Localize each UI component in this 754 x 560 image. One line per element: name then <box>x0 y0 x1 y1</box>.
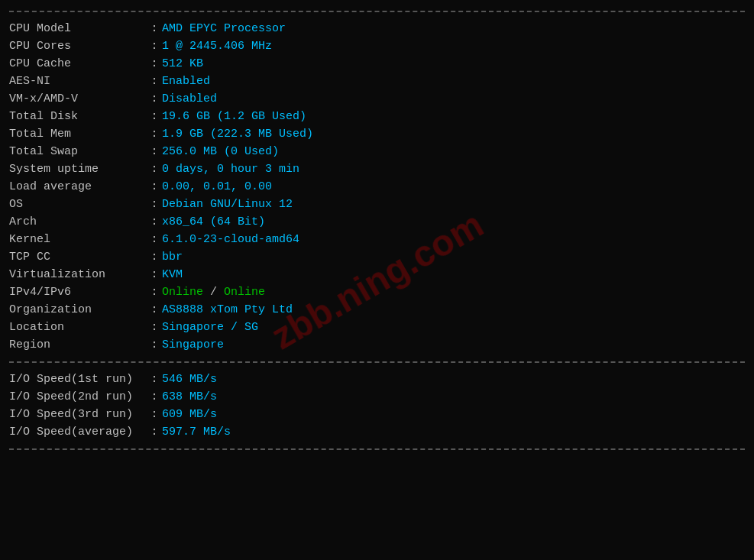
table-row: CPU Cache:512 KB <box>9 55 745 73</box>
table-row: System uptime:0 days, 0 hour 3 min <box>9 160 745 178</box>
row-colon: : <box>147 196 162 213</box>
row-label: Load average <box>9 178 147 196</box>
bottom-divider <box>9 448 745 450</box>
row-colon: : <box>147 231 162 248</box>
row-value: 256.0 MB (0 Used) <box>162 143 745 160</box>
row-colon: : <box>147 283 162 301</box>
table-row: CPU Cores:1 @ 2445.406 MHz <box>9 37 745 55</box>
table-row: Total Mem:1.9 GB (222.3 MB Used) <box>9 125 745 143</box>
row-label: I/O Speed(1st run) <box>9 371 147 388</box>
table-row: Location:Singapore / SG <box>9 319 745 336</box>
table-row: Arch:x86_64 (64 Bit) <box>9 213 745 231</box>
row-colon: : <box>147 37 162 55</box>
table-row: I/O Speed(1st run):546 MB/s <box>9 371 745 388</box>
row-colon: : <box>147 248 162 266</box>
row-value: 0 days, 0 hour 3 min <box>162 160 745 178</box>
row-label: Organization <box>9 301 147 319</box>
row-label: Location <box>9 319 147 336</box>
row-value: Singapore <box>162 336 745 354</box>
io-info-table: I/O Speed(1st run):546 MB/sI/O Speed(2nd… <box>9 371 745 441</box>
row-value: 546 MB/s <box>162 371 745 388</box>
row-label: VM-x/AMD-V <box>9 90 147 108</box>
table-row: I/O Speed(average):597.7 MB/s <box>9 423 745 441</box>
row-label: AES-NI <box>9 73 147 90</box>
row-colon: : <box>147 125 162 143</box>
table-row: Organization:AS8888 xTom Pty Ltd <box>9 301 745 319</box>
row-colon: : <box>147 336 162 354</box>
row-value: x86_64 (64 Bit) <box>162 213 745 231</box>
table-row: I/O Speed(3rd run):609 MB/s <box>9 406 745 423</box>
row-value: Enabled <box>162 73 745 90</box>
row-colon: : <box>147 388 162 406</box>
row-colon: : <box>147 143 162 160</box>
row-value: 597.7 MB/s <box>162 423 745 441</box>
row-value: Online / Online <box>162 283 745 301</box>
system-info-table: CPU Model:AMD EPYC ProcessorCPU Cores:1 … <box>9 20 745 354</box>
row-label: Virtualization <box>9 266 147 283</box>
row-colon: : <box>147 90 162 108</box>
value-part: Online <box>162 286 203 299</box>
row-value: Debian GNU/Linux 12 <box>162 196 745 213</box>
table-row: TCP CC:bbr <box>9 248 745 266</box>
row-colon: : <box>147 20 162 37</box>
row-label: Total Mem <box>9 125 147 143</box>
top-divider <box>9 11 745 12</box>
row-value: 0.00, 0.01, 0.00 <box>162 178 745 196</box>
row-label: Kernel <box>9 231 147 248</box>
row-label: TCP CC <box>9 248 147 266</box>
table-row: Region:Singapore <box>9 336 745 354</box>
table-row: VM-x/AMD-V:Disabled <box>9 90 745 108</box>
value-part: / <box>203 286 224 299</box>
io-info-section: I/O Speed(1st run):546 MB/sI/O Speed(2nd… <box>9 367 745 444</box>
row-colon: : <box>147 301 162 319</box>
row-value: 1.9 GB (222.3 MB Used) <box>162 125 745 143</box>
row-value: bbr <box>162 248 745 266</box>
table-row: Virtualization:KVM <box>9 266 745 283</box>
row-label: CPU Model <box>9 20 147 37</box>
table-row: OS:Debian GNU/Linux 12 <box>9 196 745 213</box>
row-colon: : <box>147 319 162 336</box>
row-label: Total Disk <box>9 108 147 125</box>
row-label: Region <box>9 336 147 354</box>
row-value: Disabled <box>162 90 745 108</box>
row-colon: : <box>147 55 162 73</box>
row-label: System uptime <box>9 160 147 178</box>
row-label: I/O Speed(average) <box>9 423 147 441</box>
row-value: AS8888 xTom Pty Ltd <box>162 301 745 319</box>
row-value: Singapore / SG <box>162 319 745 336</box>
row-value: 609 MB/s <box>162 406 745 423</box>
value-part: Online <box>224 286 265 299</box>
table-row: Load average:0.00, 0.01, 0.00 <box>9 178 745 196</box>
system-info-section: CPU Model:AMD EPYC ProcessorCPU Cores:1 … <box>9 17 745 357</box>
row-label: Arch <box>9 213 147 231</box>
row-colon: : <box>147 108 162 125</box>
table-row: Total Swap:256.0 MB (0 Used) <box>9 143 745 160</box>
row-value: KVM <box>162 266 745 283</box>
table-row: IPv4/IPv6:Online / Online <box>9 283 745 301</box>
row-label: I/O Speed(2nd run) <box>9 388 147 406</box>
table-row: AES-NI:Enabled <box>9 73 745 90</box>
row-value: 512 KB <box>162 55 745 73</box>
row-label: OS <box>9 196 147 213</box>
row-label: CPU Cache <box>9 55 147 73</box>
row-colon: : <box>147 406 162 423</box>
table-row: Total Disk:19.6 GB (1.2 GB Used) <box>9 108 745 125</box>
row-value: 638 MB/s <box>162 388 745 406</box>
table-row: CPU Model:AMD EPYC Processor <box>9 20 745 37</box>
row-value: 1 @ 2445.406 MHz <box>162 37 745 55</box>
middle-divider <box>9 361 745 363</box>
row-value: 19.6 GB (1.2 GB Used) <box>162 108 745 125</box>
row-label: CPU Cores <box>9 37 147 55</box>
row-colon: : <box>147 178 162 196</box>
row-colon: : <box>147 371 162 388</box>
row-colon: : <box>147 73 162 90</box>
table-row: I/O Speed(2nd run):638 MB/s <box>9 388 745 406</box>
row-value: 6.1.0-23-cloud-amd64 <box>162 231 745 248</box>
row-colon: : <box>147 160 162 178</box>
row-colon: : <box>147 423 162 441</box>
row-colon: : <box>147 213 162 231</box>
table-row: Kernel:6.1.0-23-cloud-amd64 <box>9 231 745 248</box>
row-value: AMD EPYC Processor <box>162 20 745 37</box>
row-label: I/O Speed(3rd run) <box>9 406 147 423</box>
row-label: IPv4/IPv6 <box>9 283 147 301</box>
